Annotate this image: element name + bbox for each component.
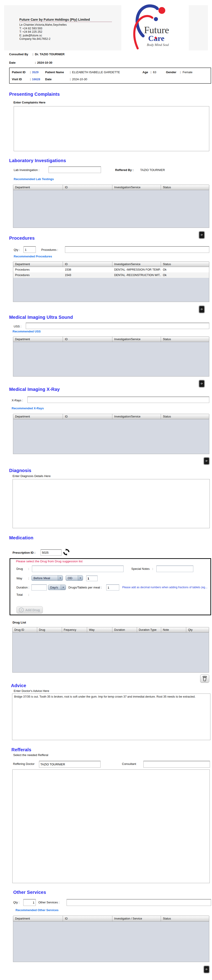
other-services-table: Department ID Investigation / Service St… [13, 916, 209, 962]
visit-date-value: 2024-10-30 [72, 78, 87, 81]
table-row[interactable]: Procedures 1543 DENTAL -RECONSTRUCTION W… [13, 272, 209, 278]
logo-word-future: Future [144, 25, 169, 35]
other-clear-button[interactable]: ⟳ [204, 966, 209, 973]
total-label: Total [16, 593, 22, 597]
add-drug-button[interactable]: + Add Drug [16, 606, 43, 614]
company-phone2: T: +24 84 225 252 [19, 30, 67, 34]
frequency-select[interactable]: OD ▼ [66, 575, 83, 581]
company-phone1: T: +24 82 593 593 [19, 27, 67, 30]
lab-investigation-input[interactable] [48, 167, 101, 173]
xray-input[interactable] [27, 396, 209, 403]
drug-list-table-header: Drug ID Drug Fequency Way Duration Durat… [12, 627, 209, 633]
refresh-prescription-button[interactable] [63, 549, 70, 555]
advice-clear-button[interactable] [200, 675, 209, 683]
other-services-input[interactable] [67, 899, 211, 906]
drug-label: Drug [16, 567, 23, 571]
consultation-page: Future Care Body Mind Soul Future Care b… [0, 0, 212, 980]
trash-icon [202, 676, 207, 681]
col-status: Status [161, 185, 209, 190]
col-department: Department [13, 337, 63, 342]
drug-list-table: Drug ID Drug Fequency Way Duration Durat… [12, 627, 209, 673]
other-qty-input[interactable] [23, 899, 36, 906]
col-duration: Duration [112, 627, 137, 632]
visit-date-label: Date [45, 78, 51, 81]
duration-label: Duration : [16, 586, 29, 589]
tablets-per-meal-label: Drugs/Tablets per meal : [68, 586, 102, 589]
consulted-by-label: Consulted By [9, 52, 28, 56]
colon: : [30, 78, 31, 81]
delete-icon: ⟳ [201, 234, 202, 237]
lab-clear-button[interactable]: ⟳ [199, 231, 205, 239]
age-label: Age [143, 70, 148, 74]
colon: : [32, 52, 33, 56]
colon: : [70, 78, 71, 81]
way-select[interactable]: Before Meal ▼ [32, 575, 63, 581]
procedures-table-header: Department ID Investigation/Service Stat… [13, 261, 209, 267]
way-qty-input[interactable] [86, 576, 98, 581]
colon: : [30, 70, 31, 74]
refferals-label: Select the needed Refferal [13, 753, 48, 757]
duration-input[interactable] [32, 584, 47, 590]
patient-info-box [9, 68, 211, 84]
procedures-qty-label: Qty : [14, 248, 20, 251]
col-status: Status [161, 916, 209, 921]
logo-tagline: Body Mind Soul [147, 43, 169, 47]
col-service: Investigation/Service [112, 414, 161, 419]
procedures-clear-button[interactable]: ⟳ [199, 305, 205, 313]
drug-list-table-body [12, 633, 209, 673]
col-id: ID [63, 916, 112, 921]
other-input-label: Other Services : [38, 900, 59, 904]
patient-id-value: 3529 [32, 70, 39, 74]
col-id: ID [63, 414, 112, 419]
delete-icon: ⟳ [201, 308, 202, 311]
prescription-id-input[interactable] [40, 549, 61, 556]
logo-red-dot [159, 7, 165, 14]
drug-input[interactable] [32, 565, 124, 572]
uss-title: Medical Imaging Ultra Sound [9, 315, 73, 320]
uss-input-label: USS : [14, 325, 21, 328]
company-name-underline [19, 22, 112, 22]
logo-blue-dot [154, 17, 158, 21]
uss-table-header: Department ID Investigation/Service Stat… [13, 337, 209, 342]
colon: : [35, 61, 36, 64]
procedures-table-body: Procedures 1538 DENTAL -IMPRESSION FOR T… [13, 267, 209, 302]
procedures-title: Procedures [9, 235, 35, 241]
diagnosis-textarea[interactable] [13, 479, 210, 528]
consulted-by-value: Dr. TAZIO TOURNIER [35, 52, 64, 56]
uss-clear-button[interactable]: ⟳ [199, 380, 205, 387]
refferals-list-box[interactable] [12, 770, 210, 883]
procedures-input[interactable] [65, 246, 209, 253]
col-drug-id: Drug ID [13, 627, 37, 632]
xray-clear-button[interactable]: ⟳ [204, 457, 209, 465]
recommended-lab-link[interactable]: Recommended Lab Testings [14, 177, 54, 181]
diagnosis-label: Enter Diagnosis Details Here [13, 474, 51, 478]
tablets-per-meal-input[interactable] [106, 584, 119, 590]
table-row[interactable]: Procedures 1538 DENTAL -IMPRESSION FOR T… [13, 267, 209, 272]
visit-id-value: 16628 [32, 78, 40, 81]
recommended-procedures-link[interactable]: Recommended Procedures [14, 255, 52, 258]
diagnosis-title: Diagnosis [9, 468, 31, 473]
complaints-textarea[interactable] [14, 106, 209, 151]
uss-input[interactable] [26, 323, 209, 329]
col-duration-type: Duration Type [137, 627, 161, 632]
lab-referred-label: Reffered By : [115, 168, 133, 172]
company-logo: Future Care Body Mind Soul [121, 2, 189, 51]
uss-table: Department ID Investigation/Service Stat… [13, 337, 209, 377]
col-department: Department [13, 414, 63, 419]
recommended-uss-link[interactable]: Recommended USS [13, 330, 41, 333]
consultant-input[interactable] [143, 761, 210, 768]
colon: : [70, 70, 71, 74]
procedures-qty-input[interactable] [24, 246, 36, 253]
duration-unit-value: Day/s [50, 586, 58, 589]
col-status: Status [161, 414, 209, 419]
recommended-other-link[interactable]: Recommended Other Services [16, 908, 59, 912]
reffering-doctor-input[interactable] [39, 761, 101, 768]
advice-textarea[interactable]: Bridge 37/35 is out. Tooth 35 is broken,… [12, 694, 210, 740]
duration-unit-select[interactable]: Day/s ▼ [48, 585, 66, 590]
lab-input-label: Lab Investingation : [14, 168, 39, 172]
logo-panel: Future Care Body Mind Soul [121, 2, 189, 51]
lab-table-body [13, 190, 209, 228]
special-notes-input[interactable] [156, 565, 193, 572]
recommended-xray-link[interactable]: Recommended X-Rays [11, 407, 44, 410]
refferals-title: Refferals [11, 747, 31, 752]
